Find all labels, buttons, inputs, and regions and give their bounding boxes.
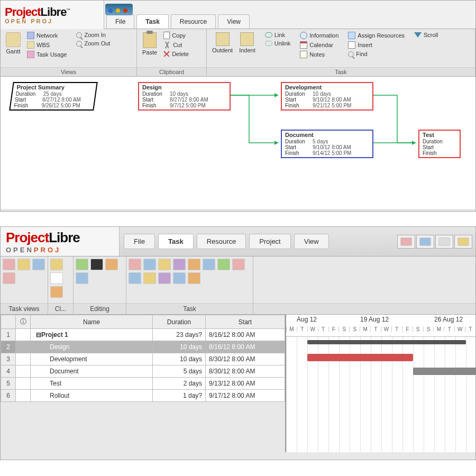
- start-cell[interactable]: 8/16/12 8:00 AM: [206, 341, 285, 353]
- ric-icon[interactable]: [188, 272, 200, 284]
- ric-icon[interactable]: [129, 259, 141, 270]
- node-development[interactable]: Development Duration10 days Start9/10/12…: [281, 82, 373, 111]
- node-document[interactable]: Document Duration5 days Start9/10/12 8:0…: [281, 130, 373, 158]
- view-resource-icon[interactable]: [435, 235, 453, 249]
- info-cell[interactable]: [16, 365, 31, 378]
- info-cell[interactable]: [16, 341, 31, 353]
- col-info[interactable]: ⓘ: [16, 315, 31, 329]
- ric-icon[interactable]: [158, 272, 171, 284]
- ric-icon[interactable]: [3, 259, 15, 270]
- table-row[interactable]: 3Development10 days8/30/12 8:00 AM: [1, 353, 285, 365]
- paste-button[interactable]: Paste: [140, 31, 159, 57]
- gantt-body[interactable]: [286, 337, 475, 452]
- link-button[interactable]: Link: [263, 31, 293, 39]
- table-row[interactable]: 2Design10 days8/16/12 8:00 AM: [1, 341, 285, 353]
- notes-button[interactable]: Notes: [298, 50, 341, 59]
- copy-button[interactable]: Copy: [161, 31, 191, 40]
- ric-icon[interactable]: [217, 259, 230, 270]
- menu-resource[interactable]: Resource: [171, 14, 216, 29]
- duration-cell[interactable]: 1 day?: [153, 390, 206, 402]
- menu2-file[interactable]: File: [124, 234, 155, 249]
- duration-cell[interactable]: 2 days: [153, 378, 206, 390]
- table-row[interactable]: 1⊟Project 123 days?8/16/12 8:00 AM: [1, 329, 285, 341]
- ric-icon[interactable]: [173, 259, 186, 270]
- scroll-button[interactable]: Scroll: [412, 31, 441, 39]
- node-test[interactable]: Test Duration Start Finish: [418, 130, 461, 158]
- view-gantt-icon[interactable]: [397, 235, 415, 249]
- ric-icon[interactable]: [188, 259, 200, 270]
- zoom-in-button[interactable]: Zoom In: [74, 31, 112, 39]
- start-cell[interactable]: 8/16/12 8:00 AM: [206, 329, 285, 341]
- ric-icon[interactable]: [143, 259, 156, 270]
- zoom-out-button[interactable]: Zoom Out: [74, 40, 112, 47]
- info-cell[interactable]: [16, 378, 31, 390]
- view-histogram-icon[interactable]: [454, 235, 472, 249]
- name-cell[interactable]: Document: [31, 365, 153, 378]
- info-cell[interactable]: [16, 390, 31, 402]
- menu2-task[interactable]: Task: [158, 234, 194, 249]
- menu-file[interactable]: File: [106, 14, 134, 29]
- menu-view[interactable]: View: [218, 14, 250, 29]
- ric-icon[interactable]: [203, 259, 215, 270]
- ric-icon[interactable]: [76, 272, 88, 284]
- ric-icon[interactable]: [90, 259, 103, 270]
- table-row[interactable]: 6Rollout1 day?9/17/12 8:00 AM: [1, 390, 285, 402]
- ric-icon[interactable]: [158, 259, 171, 270]
- wbs-button[interactable]: WBS: [25, 41, 69, 49]
- name-cell[interactable]: Test: [31, 378, 153, 390]
- insert-button[interactable]: Insert: [346, 41, 407, 49]
- ric-icon[interactable]: [173, 272, 186, 284]
- name-cell[interactable]: Development: [31, 353, 153, 365]
- outdent-button[interactable]: Outdent: [210, 31, 235, 54]
- duration-cell[interactable]: 10 days: [153, 353, 206, 365]
- undo-icon[interactable]: [116, 8, 120, 13]
- ric-icon[interactable]: [50, 286, 63, 298]
- col-rownum[interactable]: [1, 315, 16, 329]
- network-diagram-canvas[interactable]: Project Summary Duration25 days Start8/2…: [1, 77, 475, 209]
- ric-icon[interactable]: [76, 259, 88, 270]
- ric-icon[interactable]: [3, 272, 15, 284]
- menu2-resource[interactable]: Resource: [197, 234, 246, 249]
- assign-resources-button[interactable]: Assign Resources: [346, 31, 407, 40]
- name-cell[interactable]: ⊟Project 1: [31, 329, 153, 341]
- information-button[interactable]: Information: [298, 31, 341, 40]
- ric-icon[interactable]: [129, 272, 141, 284]
- table-row[interactable]: 5Test2 days9/13/12 8:00 AM: [1, 378, 285, 390]
- save-icon[interactable]: [108, 8, 113, 13]
- task-usage-button[interactable]: Task Usage: [25, 50, 69, 59]
- gantt-bar[interactable]: [413, 368, 476, 375]
- ric-icon[interactable]: [50, 259, 63, 270]
- delete-button[interactable]: Delete: [161, 50, 191, 58]
- gantt-bar[interactable]: [307, 354, 413, 361]
- redo-icon[interactable]: [123, 8, 127, 13]
- menu-task[interactable]: Task: [136, 14, 168, 29]
- menu2-project[interactable]: Project: [249, 234, 290, 249]
- gantt-chart[interactable]: Aug 12 19 Aug 12 26 Aug 12 MTWTFSSMTWTFS…: [286, 315, 475, 452]
- view-network-icon[interactable]: [416, 235, 434, 249]
- ric-icon[interactable]: [32, 259, 45, 270]
- start-cell[interactable]: 9/17/12 8:00 AM: [206, 390, 285, 402]
- name-cell[interactable]: Rollout: [31, 390, 153, 402]
- name-cell[interactable]: Design: [31, 341, 153, 353]
- col-name[interactable]: Name: [31, 315, 153, 329]
- start-cell[interactable]: 8/30/12 8:00 AM: [206, 365, 285, 378]
- duration-cell[interactable]: 23 days?: [153, 329, 206, 341]
- task-table[interactable]: ⓘ Name Duration Start 1⊟Project 123 days…: [1, 315, 286, 452]
- info-cell[interactable]: [16, 329, 31, 341]
- start-cell[interactable]: 9/13/12 8:00 AM: [206, 378, 285, 390]
- ric-icon[interactable]: [17, 259, 30, 270]
- cut-button[interactable]: Cut: [161, 41, 191, 49]
- info-cell[interactable]: [16, 353, 31, 365]
- calendar-button[interactable]: Calendar: [298, 41, 341, 49]
- node-design[interactable]: Design Duration10 days Start8/27/12 8:00…: [138, 82, 231, 111]
- table-row[interactable]: 4Document5 days8/30/12 8:00 AM: [1, 365, 285, 378]
- ric-icon[interactable]: [143, 272, 156, 284]
- gantt-button[interactable]: Gantt: [4, 31, 23, 56]
- ric-icon[interactable]: [232, 259, 245, 270]
- ric-icon[interactable]: [105, 259, 118, 270]
- find-button[interactable]: Find: [346, 50, 407, 58]
- network-button[interactable]: Network: [25, 31, 69, 40]
- gantt-bar[interactable]: [307, 340, 466, 344]
- menu2-view[interactable]: View: [294, 234, 329, 249]
- col-start[interactable]: Start: [206, 315, 285, 329]
